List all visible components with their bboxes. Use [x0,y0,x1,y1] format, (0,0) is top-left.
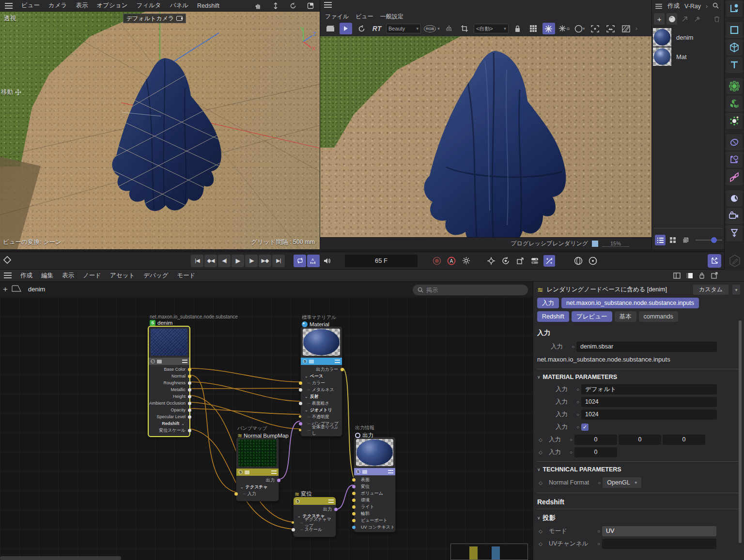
group-texture[interactable]: ⌄テクスチャ [236,484,279,490]
render-pass-select[interactable]: Beauty▾ [386,24,421,33]
goto-start-button[interactable]: |◀ [191,255,203,267]
prev-frame-button[interactable]: ◀| [218,255,231,267]
autokey-button[interactable]: A [446,255,457,267]
current-frame-field[interactable]: 65 F [345,255,418,267]
snapshot-icon[interactable] [542,23,555,34]
port-overall-fill[interactable]: ─全体塗りつぶし [301,427,342,434]
displace-node-bar[interactable]: S [294,497,336,505]
pixel-grid-icon[interactable] [443,23,455,34]
material-item-mat[interactable]: Mat [652,47,724,66]
attr-scrollbar[interactable] [739,320,742,543]
projection-header[interactable]: ∨ 投影 [533,510,744,525]
ne-menu-edit[interactable]: 編集 [41,272,53,280]
port-displace-output[interactable]: 出力 [294,506,336,513]
port-opacity-in[interactable]: ─不透明度 [301,413,342,420]
next-key-button[interactable]: ▶◆ [259,255,271,267]
goto-end-button[interactable]: ▶| [272,255,285,267]
key-scale-button[interactable] [514,255,526,267]
mode-field[interactable]: UV [602,526,716,536]
mm-menu-create[interactable]: 作成 [667,2,680,10]
mm-menu-icon[interactable] [655,3,662,8]
port-displace-scale[interactable]: 変位スケール [149,427,189,434]
popout-panel-icon[interactable] [710,271,719,280]
menu-redshift[interactable]: Redshift [197,2,219,9]
mm-search-icon[interactable] [713,2,719,10]
key-rotation-button[interactable] [500,255,512,267]
keyframe-settings-button[interactable] [460,255,472,267]
bump-node-bar[interactable]: S [236,469,279,476]
grid-view-button[interactable] [667,235,678,245]
key-position-button[interactable] [485,255,497,267]
node-menu-icon[interactable] [388,470,393,473]
node-search-field[interactable]: 掲示 [413,285,528,295]
port-indicator-icon[interactable]: ○ [595,529,602,534]
port-bump-output[interactable]: 出力 [236,477,279,484]
text-tool-icon[interactable] [726,57,743,73]
group-reflection[interactable]: ⌄反射 [301,393,342,400]
port-indicator-icon[interactable]: ○ [568,437,574,442]
port-volume[interactable]: ボリューム [354,490,395,497]
port-output-color[interactable]: 出力カラー [301,366,342,373]
toolbar-overflow-icon[interactable]: › [636,25,637,32]
image-brackets-icon[interactable] [604,23,617,34]
sound-button[interactable] [321,255,333,267]
snapshot-g-icon[interactable]: G [558,23,571,34]
port-viewport[interactable]: ビューポート [354,517,395,524]
environment-tool-icon[interactable] [726,190,743,207]
split-view-icon[interactable] [672,271,681,280]
port-metalness[interactable]: ─メタルネス [301,386,342,393]
delete-material-button[interactable] [712,13,722,25]
menu-filter[interactable]: フィルタ [136,1,161,10]
crop-region-icon[interactable] [458,23,471,34]
port-light[interactable]: ライト [354,503,395,510]
ne-menu-icon[interactable] [4,272,12,278]
node-menu-icon[interactable] [328,499,334,503]
ne-menu-mode[interactable]: モード [177,272,195,280]
port-height[interactable]: Height [149,393,189,400]
compare-circle-icon[interactable]: ▾ [574,23,586,34]
key-parameter-button[interactable] [529,255,541,267]
vector-z-field[interactable]: 0 [663,435,705,445]
simulation-tool-icon[interactable] [726,113,743,129]
symmetry-tool-icon[interactable] [726,169,743,185]
port-roughness-in[interactable]: ─表面粗さ [301,400,342,407]
material-item-denim[interactable]: denim [652,28,724,47]
menu-display[interactable]: 表示 [76,1,88,10]
material-sphere-button[interactable] [666,13,677,25]
ne-menu-create[interactable]: 作成 [20,272,32,280]
port-indicator-icon[interactable]: ○ [574,424,581,430]
refresh-icon[interactable] [355,23,368,34]
technical-parameters-header[interactable]: ∨ TECHNICAL PARAMETERS [533,463,744,475]
autokey-range-button[interactable]: A [307,255,320,267]
port-opacity[interactable]: Opacity [149,407,189,413]
axis-gizmo[interactable]: Y Z X [294,25,319,52]
tab-redshift[interactable]: Redshift [537,311,569,322]
port-ambient-occlusion[interactable]: Ambient Occlusion [149,400,189,407]
port-indicator-icon[interactable]: ○ [596,480,603,485]
key-pla-button[interactable] [543,255,555,267]
list-view-button[interactable] [655,235,666,245]
resolution-x-field[interactable]: 1024 [581,397,717,407]
menu-camera[interactable]: カメラ [48,1,67,10]
node-substance-denim[interactable]: net.maxon.io_substance.node.substance Sd… [148,326,190,437]
assign-arrow-button[interactable] [679,13,690,25]
mm-menu-overflow-icon[interactable]: › [706,3,708,10]
sbsar-file-field[interactable]: denim.sbsar [576,342,717,352]
timeline-marker-icon[interactable] [3,256,12,266]
pan-hand-icon[interactable] [254,1,263,10]
resolution-y-field[interactable]: 1024 [581,409,717,420]
crumb-path[interactable]: net.maxon.io_substance.node.substance.in… [561,298,699,308]
port-bump-input[interactable]: ─入力 [236,490,279,497]
port-metallic[interactable]: Metallic [149,386,189,393]
keyable-diamond-icon[interactable]: ◇ [537,437,544,442]
render-panel-menu-icon[interactable] [324,2,332,8]
node-menu-icon[interactable] [335,360,340,363]
lock-panel-icon[interactable] [698,271,706,280]
group-base[interactable]: ⌄ベース [301,373,342,379]
single-view-icon[interactable] [685,271,694,280]
ab-compare-icon[interactable] [620,23,633,34]
record-keyframe-button[interactable] [431,255,443,267]
perspective-viewport[interactable]: Y Z X 透視 デフォルトカメラ 移動 ビューの変換: シーン グリッド間隔 … [0,12,320,249]
port-environment[interactable]: 環境 [354,497,395,503]
node-output[interactable]: 出力情報 出力 S 表面 変位 ボリューム 環境 ライト 輪郭 ビューポート U… [354,437,396,532]
